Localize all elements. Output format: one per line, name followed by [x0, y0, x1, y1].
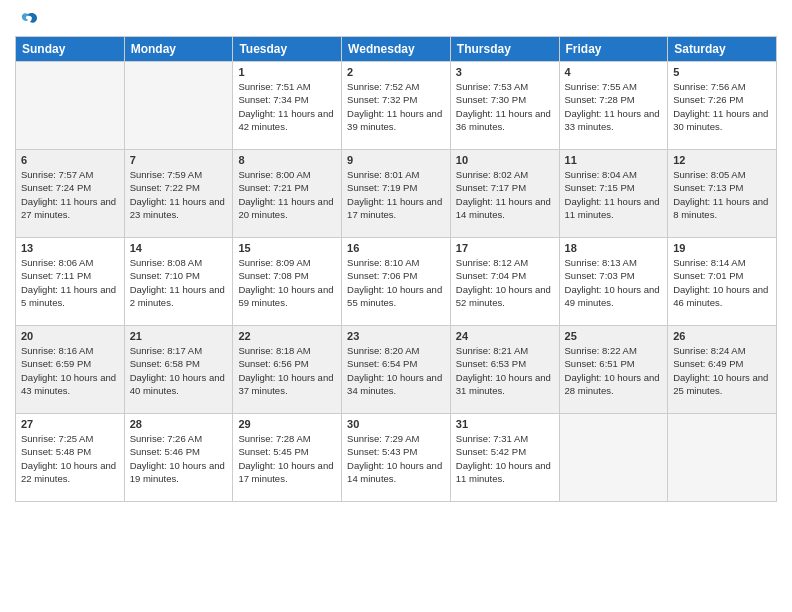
day-header-saturday: Saturday [668, 37, 777, 62]
day-number: 8 [238, 154, 336, 166]
day-number: 13 [21, 242, 119, 254]
calendar-day-cell [16, 62, 125, 150]
day-info: Sunrise: 7:56 AMSunset: 7:26 PMDaylight:… [673, 80, 771, 133]
day-number: 9 [347, 154, 445, 166]
calendar-day-cell [124, 62, 233, 150]
calendar-day-cell: 31Sunrise: 7:31 AMSunset: 5:42 PMDayligh… [450, 414, 559, 502]
calendar-day-cell: 7Sunrise: 7:59 AMSunset: 7:22 PMDaylight… [124, 150, 233, 238]
day-number: 17 [456, 242, 554, 254]
day-info: Sunrise: 8:22 AMSunset: 6:51 PMDaylight:… [565, 344, 663, 397]
day-number: 19 [673, 242, 771, 254]
calendar-day-cell: 14Sunrise: 8:08 AMSunset: 7:10 PMDayligh… [124, 238, 233, 326]
day-info: Sunrise: 8:00 AMSunset: 7:21 PMDaylight:… [238, 168, 336, 221]
day-header-wednesday: Wednesday [342, 37, 451, 62]
calendar-day-cell: 9Sunrise: 8:01 AMSunset: 7:19 PMDaylight… [342, 150, 451, 238]
calendar-day-cell: 11Sunrise: 8:04 AMSunset: 7:15 PMDayligh… [559, 150, 668, 238]
calendar-day-cell: 15Sunrise: 8:09 AMSunset: 7:08 PMDayligh… [233, 238, 342, 326]
day-number: 25 [565, 330, 663, 342]
day-info: Sunrise: 8:01 AMSunset: 7:19 PMDaylight:… [347, 168, 445, 221]
day-info: Sunrise: 8:24 AMSunset: 6:49 PMDaylight:… [673, 344, 771, 397]
calendar-week-row: 1Sunrise: 7:51 AMSunset: 7:34 PMDaylight… [16, 62, 777, 150]
logo [15, 10, 39, 28]
day-number: 6 [21, 154, 119, 166]
calendar-day-cell: 5Sunrise: 7:56 AMSunset: 7:26 PMDaylight… [668, 62, 777, 150]
day-header-monday: Monday [124, 37, 233, 62]
day-info: Sunrise: 8:17 AMSunset: 6:58 PMDaylight:… [130, 344, 228, 397]
day-info: Sunrise: 7:52 AMSunset: 7:32 PMDaylight:… [347, 80, 445, 133]
calendar-day-cell: 30Sunrise: 7:29 AMSunset: 5:43 PMDayligh… [342, 414, 451, 502]
day-number: 28 [130, 418, 228, 430]
day-header-tuesday: Tuesday [233, 37, 342, 62]
calendar-day-cell: 12Sunrise: 8:05 AMSunset: 7:13 PMDayligh… [668, 150, 777, 238]
day-info: Sunrise: 7:55 AMSunset: 7:28 PMDaylight:… [565, 80, 663, 133]
calendar-day-cell: 2Sunrise: 7:52 AMSunset: 7:32 PMDaylight… [342, 62, 451, 150]
day-number: 22 [238, 330, 336, 342]
calendar-day-cell: 1Sunrise: 7:51 AMSunset: 7:34 PMDaylight… [233, 62, 342, 150]
day-info: Sunrise: 7:25 AMSunset: 5:48 PMDaylight:… [21, 432, 119, 485]
day-number: 14 [130, 242, 228, 254]
day-info: Sunrise: 7:59 AMSunset: 7:22 PMDaylight:… [130, 168, 228, 221]
header [15, 10, 777, 28]
day-info: Sunrise: 8:12 AMSunset: 7:04 PMDaylight:… [456, 256, 554, 309]
day-number: 20 [21, 330, 119, 342]
calendar-header-row: SundayMondayTuesdayWednesdayThursdayFrid… [16, 37, 777, 62]
calendar-day-cell [668, 414, 777, 502]
calendar-day-cell: 13Sunrise: 8:06 AMSunset: 7:11 PMDayligh… [16, 238, 125, 326]
calendar-day-cell: 21Sunrise: 8:17 AMSunset: 6:58 PMDayligh… [124, 326, 233, 414]
calendar-day-cell: 25Sunrise: 8:22 AMSunset: 6:51 PMDayligh… [559, 326, 668, 414]
calendar-day-cell: 4Sunrise: 7:55 AMSunset: 7:28 PMDaylight… [559, 62, 668, 150]
calendar-day-cell: 20Sunrise: 8:16 AMSunset: 6:59 PMDayligh… [16, 326, 125, 414]
calendar-week-row: 6Sunrise: 7:57 AMSunset: 7:24 PMDaylight… [16, 150, 777, 238]
day-info: Sunrise: 7:26 AMSunset: 5:46 PMDaylight:… [130, 432, 228, 485]
day-number: 26 [673, 330, 771, 342]
day-number: 12 [673, 154, 771, 166]
calendar-day-cell [559, 414, 668, 502]
calendar-day-cell: 18Sunrise: 8:13 AMSunset: 7:03 PMDayligh… [559, 238, 668, 326]
calendar-week-row: 20Sunrise: 8:16 AMSunset: 6:59 PMDayligh… [16, 326, 777, 414]
day-number: 24 [456, 330, 554, 342]
day-info: Sunrise: 7:51 AMSunset: 7:34 PMDaylight:… [238, 80, 336, 133]
day-number: 11 [565, 154, 663, 166]
day-info: Sunrise: 8:09 AMSunset: 7:08 PMDaylight:… [238, 256, 336, 309]
day-number: 10 [456, 154, 554, 166]
day-number: 3 [456, 66, 554, 78]
calendar-day-cell: 6Sunrise: 7:57 AMSunset: 7:24 PMDaylight… [16, 150, 125, 238]
calendar-week-row: 13Sunrise: 8:06 AMSunset: 7:11 PMDayligh… [16, 238, 777, 326]
day-info: Sunrise: 8:04 AMSunset: 7:15 PMDaylight:… [565, 168, 663, 221]
calendar-day-cell: 26Sunrise: 8:24 AMSunset: 6:49 PMDayligh… [668, 326, 777, 414]
day-number: 16 [347, 242, 445, 254]
day-info: Sunrise: 7:31 AMSunset: 5:42 PMDaylight:… [456, 432, 554, 485]
calendar-day-cell: 8Sunrise: 8:00 AMSunset: 7:21 PMDaylight… [233, 150, 342, 238]
day-number: 18 [565, 242, 663, 254]
day-info: Sunrise: 8:02 AMSunset: 7:17 PMDaylight:… [456, 168, 554, 221]
day-info: Sunrise: 8:14 AMSunset: 7:01 PMDaylight:… [673, 256, 771, 309]
day-number: 1 [238, 66, 336, 78]
day-info: Sunrise: 8:05 AMSunset: 7:13 PMDaylight:… [673, 168, 771, 221]
calendar-day-cell: 24Sunrise: 8:21 AMSunset: 6:53 PMDayligh… [450, 326, 559, 414]
calendar-day-cell: 3Sunrise: 7:53 AMSunset: 7:30 PMDaylight… [450, 62, 559, 150]
calendar-day-cell: 28Sunrise: 7:26 AMSunset: 5:46 PMDayligh… [124, 414, 233, 502]
calendar-day-cell: 16Sunrise: 8:10 AMSunset: 7:06 PMDayligh… [342, 238, 451, 326]
day-info: Sunrise: 7:29 AMSunset: 5:43 PMDaylight:… [347, 432, 445, 485]
day-info: Sunrise: 8:18 AMSunset: 6:56 PMDaylight:… [238, 344, 336, 397]
calendar-day-cell: 27Sunrise: 7:25 AMSunset: 5:48 PMDayligh… [16, 414, 125, 502]
day-number: 30 [347, 418, 445, 430]
day-info: Sunrise: 8:13 AMSunset: 7:03 PMDaylight:… [565, 256, 663, 309]
day-number: 21 [130, 330, 228, 342]
calendar-day-cell: 23Sunrise: 8:20 AMSunset: 6:54 PMDayligh… [342, 326, 451, 414]
day-info: Sunrise: 8:20 AMSunset: 6:54 PMDaylight:… [347, 344, 445, 397]
day-number: 31 [456, 418, 554, 430]
calendar-day-cell: 19Sunrise: 8:14 AMSunset: 7:01 PMDayligh… [668, 238, 777, 326]
page: SundayMondayTuesdayWednesdayThursdayFrid… [0, 0, 792, 612]
calendar-day-cell: 17Sunrise: 8:12 AMSunset: 7:04 PMDayligh… [450, 238, 559, 326]
calendar-day-cell: 29Sunrise: 7:28 AMSunset: 5:45 PMDayligh… [233, 414, 342, 502]
day-info: Sunrise: 8:21 AMSunset: 6:53 PMDaylight:… [456, 344, 554, 397]
calendar-week-row: 27Sunrise: 7:25 AMSunset: 5:48 PMDayligh… [16, 414, 777, 502]
day-number: 4 [565, 66, 663, 78]
day-info: Sunrise: 8:16 AMSunset: 6:59 PMDaylight:… [21, 344, 119, 397]
day-info: Sunrise: 7:53 AMSunset: 7:30 PMDaylight:… [456, 80, 554, 133]
day-header-sunday: Sunday [16, 37, 125, 62]
day-header-thursday: Thursday [450, 37, 559, 62]
day-number: 7 [130, 154, 228, 166]
day-number: 23 [347, 330, 445, 342]
